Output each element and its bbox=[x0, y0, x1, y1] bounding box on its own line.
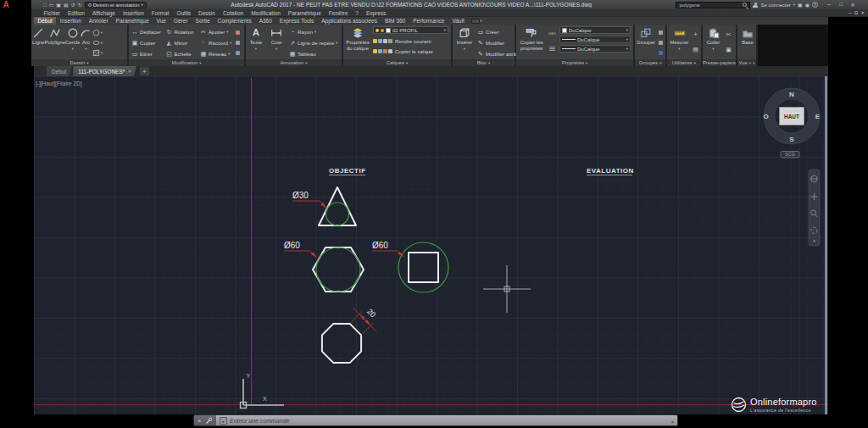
new-tab-button[interactable]: + bbox=[140, 67, 149, 75]
hexagon-shape[interactable] bbox=[313, 247, 364, 292]
deplacer-button[interactable]: ↔Déplacer bbox=[130, 26, 164, 37]
mesurer-button[interactable]: Mesurer ▾ bbox=[668, 25, 691, 59]
hatch-flyout[interactable]: ▾ bbox=[92, 49, 103, 57]
workspace-switcher[interactable]: Dessin et annotation ▾ bbox=[85, 2, 147, 8]
layer-select[interactable]: 02 PROFIL ▾ bbox=[373, 26, 448, 34]
base-button[interactable]: Base bbox=[738, 25, 757, 59]
lineweight-select[interactable]: DuCalque ▾ bbox=[559, 36, 631, 43]
square-circumscribed-circle[interactable] bbox=[398, 242, 448, 292]
rendre-courant-button[interactable]: Rendre courant bbox=[395, 38, 431, 44]
square-dimension[interactable]: Ø60 bbox=[372, 241, 388, 250]
viewcube-south[interactable]: S bbox=[789, 136, 794, 143]
menu-fenetre[interactable]: Fenêtre bbox=[325, 10, 351, 16]
line-list-icon[interactable] bbox=[548, 45, 556, 53]
search-icon[interactable] bbox=[743, 3, 747, 7]
menu-insertion[interactable]: Insertion bbox=[119, 10, 147, 16]
creer-bloc-button[interactable]: ▭Créer bbox=[476, 26, 515, 37]
copier-button[interactable]: ▣Copier bbox=[130, 37, 164, 48]
close-icon[interactable]: ✕ bbox=[848, 2, 858, 8]
octagon-shape[interactable] bbox=[322, 324, 361, 363]
panel-overflow-icon[interactable]: » bbox=[753, 61, 755, 65]
panel-label-calques[interactable]: Calques▾ bbox=[343, 59, 451, 66]
panel-label-bloc[interactable]: Bloc▾ bbox=[453, 59, 515, 66]
file-tab-start[interactable]: Début bbox=[47, 66, 71, 76]
doc-close-icon[interactable]: ✕ bbox=[860, 10, 865, 15]
reseau-button[interactable]: ▦Réseau▾ bbox=[198, 48, 232, 59]
group-edit-icon[interactable] bbox=[659, 41, 663, 45]
redo-icon[interactable]: ↻ bbox=[78, 2, 82, 8]
new-file-icon[interactable]: □ bbox=[43, 3, 47, 8]
layer-tool-icon[interactable] bbox=[378, 49, 382, 53]
ribbon-tab-bim360[interactable]: BIM 360 bbox=[381, 17, 409, 25]
erase-icon[interactable] bbox=[236, 31, 240, 35]
plot-icon[interactable]: ▤ bbox=[64, 2, 69, 8]
record-icon[interactable] bbox=[471, 19, 480, 24]
ribbon-tab-annoter[interactable]: Annoter bbox=[85, 17, 112, 25]
layer-tool-icon[interactable] bbox=[383, 39, 387, 43]
panel-label-dessin[interactable]: Dessin▾ bbox=[31, 59, 127, 66]
octagon-dimension[interactable]: 20 bbox=[365, 307, 377, 319]
menu-modification[interactable]: Modification bbox=[248, 10, 285, 16]
ribbon-tab-complements[interactable]: Compléments bbox=[214, 17, 255, 25]
layer-tool-icon[interactable] bbox=[383, 49, 387, 53]
navigation-bar[interactable]: ▾ bbox=[809, 170, 820, 246]
file-tab-drawing[interactable]: 111-POLYGONES* × bbox=[73, 66, 136, 76]
undo-icon[interactable]: ↺ bbox=[71, 2, 75, 8]
explode-icon[interactable] bbox=[236, 41, 240, 45]
ribbon-tab-performance[interactable]: Performance bbox=[409, 17, 448, 25]
grouper-button[interactable]: Grouper bbox=[636, 25, 656, 59]
tab-close-icon[interactable]: × bbox=[128, 69, 131, 74]
command-close-icon[interactable]: × bbox=[198, 418, 201, 424]
layer-tool-icon[interactable] bbox=[388, 49, 392, 53]
coller-button[interactable]: Coller ▾ bbox=[704, 25, 723, 59]
ribbon-tab-parametrique[interactable]: Paramétrique bbox=[112, 17, 153, 25]
panel-label-groupes[interactable]: Groupes▾ bbox=[635, 59, 665, 66]
open-file-icon[interactable]: ▭ bbox=[49, 2, 54, 8]
ribbon-tab-gerer[interactable]: Gérer bbox=[170, 17, 192, 25]
app-store-icon[interactable]: ▣ bbox=[798, 2, 803, 8]
copier-proprietes-button[interactable]: Copier les propriétés bbox=[517, 25, 546, 59]
doc-minimize-icon[interactable]: ─ bbox=[849, 10, 852, 15]
menu-outils[interactable]: Outils bbox=[173, 10, 195, 16]
polyligne-button[interactable]: Polyligne bbox=[45, 25, 65, 59]
copy-clip-icon[interactable]: ▣ bbox=[726, 47, 732, 53]
panel-label-modification[interactable]: Modification▾ bbox=[129, 59, 244, 66]
ribbon-tab-debut[interactable]: Début bbox=[34, 17, 56, 25]
panel-label-proprietes[interactable]: Propriétés▾ bbox=[516, 59, 633, 66]
menu-format[interactable]: Format bbox=[147, 10, 173, 16]
ribbon-tab-a360[interactable]: A360 bbox=[255, 17, 275, 25]
minimize-icon[interactable]: ─ bbox=[824, 2, 834, 8]
hexagon-dimension[interactable]: Ø60 bbox=[284, 241, 300, 250]
calculator-icon[interactable]: ▤ bbox=[693, 47, 698, 53]
linetype-select[interactable]: DuCalque ▾ bbox=[559, 45, 631, 53]
id-point-icon[interactable]: + bbox=[693, 31, 697, 37]
triangle-dimension[interactable]: Ø30 bbox=[292, 191, 309, 200]
cercle-button[interactable]: Cercle ▾ bbox=[65, 25, 80, 59]
layer-tool-icon[interactable] bbox=[378, 39, 382, 43]
viewcube-north[interactable]: N bbox=[789, 91, 794, 98]
layer-tool-icon[interactable] bbox=[373, 49, 377, 53]
layer-tool-icon[interactable] bbox=[388, 39, 392, 43]
save-icon[interactable]: ▣ bbox=[56, 2, 61, 8]
ribbon-tab-insertion[interactable]: Insertion bbox=[56, 17, 85, 25]
menu-dessin[interactable]: Dessin bbox=[195, 10, 220, 16]
echelle-button[interactable]: ◱Echelle bbox=[164, 48, 198, 59]
inserer-button[interactable]: Insérer ▾ bbox=[453, 25, 476, 59]
chevron-down-icon[interactable]: ▾ bbox=[793, 3, 795, 7]
command-input[interactable]: ▸ Entrez une commande ▴ bbox=[216, 415, 677, 425]
cote-button[interactable]: Cote ▾ bbox=[265, 25, 287, 59]
color-select[interactable]: DuCalque ▾ bbox=[559, 26, 631, 34]
canvas-scrollbar[interactable] bbox=[825, 76, 827, 414]
proprietes-calque-button[interactable]: Propriétés du calque bbox=[344, 25, 371, 59]
ribbon-tab-vue[interactable]: Vue bbox=[153, 17, 170, 25]
polygon-flyout[interactable]: ▾ bbox=[92, 29, 103, 36]
signin-label[interactable]: Se connecter bbox=[760, 3, 790, 8]
menu-parametrique[interactable]: Paramétrique bbox=[284, 10, 325, 16]
customize-wrench-icon[interactable] bbox=[205, 417, 213, 425]
layer-tool-icon[interactable] bbox=[373, 39, 377, 43]
rotation-button[interactable]: ↻Rotation bbox=[164, 26, 198, 37]
doc-restore-icon[interactable]: ⊡ bbox=[854, 10, 859, 15]
ligne-button[interactable]: Ligne bbox=[32, 25, 45, 59]
panel-label-annotation[interactable]: Annotation▾ bbox=[246, 59, 342, 66]
modifier-bloc-button[interactable]: ✎Modifier bbox=[476, 37, 515, 48]
